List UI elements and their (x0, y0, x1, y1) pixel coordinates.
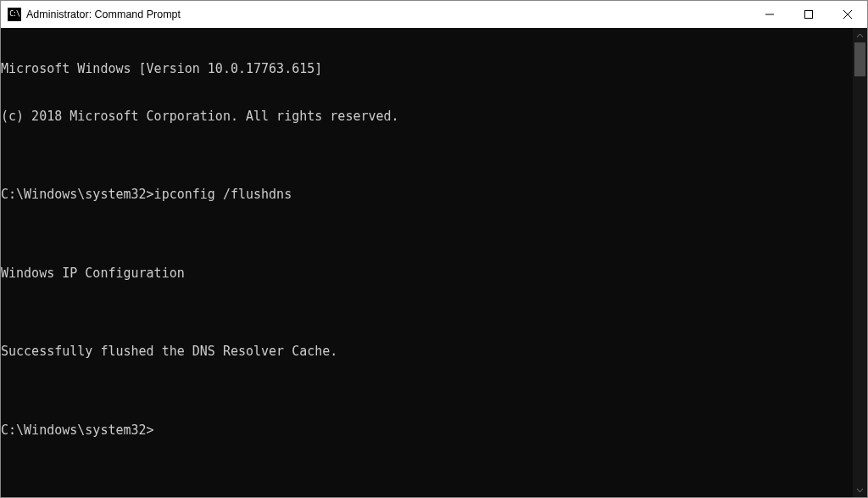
terminal-line: C:\Windows\system32>ipconfig /flushdns (1, 187, 853, 203)
scroll-thumb[interactable] (854, 42, 865, 76)
svg-rect-1 (805, 11, 813, 19)
close-button[interactable] (828, 1, 867, 28)
close-icon (843, 10, 852, 19)
cmd-icon-text: C:\ (9, 11, 19, 18)
scroll-down-button[interactable] (853, 483, 867, 497)
vertical-scrollbar[interactable] (853, 28, 867, 497)
window-title: Administrator: Command Prompt (26, 8, 181, 20)
maximize-icon (804, 10, 813, 19)
titlebar[interactable]: C:\ Administrator: Command Prompt (1, 1, 867, 28)
chevron-down-icon (857, 489, 863, 492)
chevron-up-icon (857, 34, 863, 37)
minimize-icon (765, 10, 774, 19)
command-prompt-window: C:\ Administrator: Command Prompt Micros… (0, 0, 868, 498)
scroll-track[interactable] (853, 42, 867, 483)
maximize-button[interactable] (789, 1, 828, 28)
minimize-button[interactable] (750, 1, 789, 28)
terminal-output[interactable]: Microsoft Windows [Version 10.0.17763.61… (1, 28, 853, 497)
cmd-icon: C:\ (8, 8, 21, 21)
terminal-line: (c) 2018 Microsoft Corporation. All righ… (1, 109, 853, 125)
window-controls (750, 1, 867, 28)
client-area: Microsoft Windows [Version 10.0.17763.61… (1, 28, 867, 497)
scroll-up-button[interactable] (853, 28, 867, 42)
terminal-line: C:\Windows\system32> (1, 422, 853, 439)
terminal-line: Successfully flushed the DNS Resolver Ca… (1, 344, 853, 360)
terminal-line: Windows IP Configuration (1, 266, 853, 282)
terminal-line: Microsoft Windows [Version 10.0.17763.61… (1, 61, 853, 77)
